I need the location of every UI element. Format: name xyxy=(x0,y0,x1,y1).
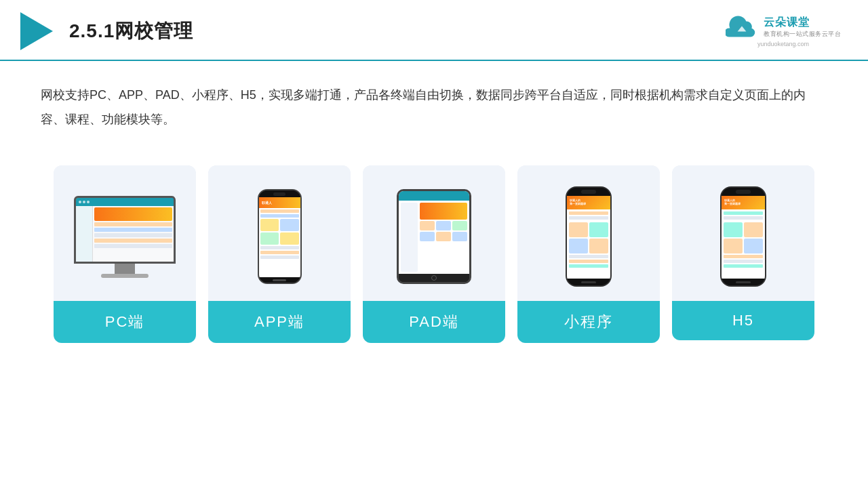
miniprogram-phone-icon: 职通人的第一堂刷题课 xyxy=(566,186,612,287)
miniprogram-card: 职通人的第一堂刷题课 xyxy=(517,165,660,343)
miniprogram-label: 小程序 xyxy=(517,301,660,343)
pad-card: PAD端 xyxy=(363,165,505,343)
header-right: 云朵课堂 教育机构一站式服务云平台 yunduoketang.com xyxy=(726,15,841,47)
pc-image-area xyxy=(54,165,196,301)
h5-phone-icon: 职通人的第一堂刷题课 xyxy=(720,186,766,287)
miniprogram-image-area: 职通人的第一堂刷题课 xyxy=(517,165,660,301)
description-section: 网校支持PC、APP、PAD、小程序、H5，实现多端打通，产品各终端自由切换，数… xyxy=(0,61,868,145)
h5-image-area: 职通人的第一堂刷题课 xyxy=(672,165,814,301)
header-left: 2.5.1网校管理 xyxy=(20,12,193,50)
pc-monitor-icon xyxy=(74,196,176,278)
cloud-icon xyxy=(726,15,758,39)
brand-sub-text: 教育机构一站式服务云平台 xyxy=(764,30,841,39)
pad-tablet-icon xyxy=(397,189,471,284)
app-phone-icon: 职通人 xyxy=(258,189,302,284)
description-text: 网校支持PC、APP、PAD、小程序、H5，实现多端打通，产品各终端自由切换，数… xyxy=(41,83,827,131)
pc-label: PC端 xyxy=(54,301,196,343)
app-card: 职通人 xyxy=(208,165,351,343)
brand-main-text: 云朵课堂 xyxy=(764,16,810,30)
brand-logo: 云朵课堂 教育机构一站式服务云平台 xyxy=(726,15,841,39)
app-label: APP端 xyxy=(208,301,351,343)
brand-text: 云朵课堂 教育机构一站式服务云平台 xyxy=(764,16,841,39)
header: 2.5.1网校管理 云朵课堂 教育机构一站式服务云平台 yunduoketang… xyxy=(0,0,868,61)
pc-card: PC端 xyxy=(54,165,196,343)
brand-url: yunduoketang.com xyxy=(757,41,809,47)
h5-card: 职通人的第一堂刷题课 xyxy=(672,165,814,340)
app-image-area: 职通人 xyxy=(208,165,351,301)
page-container: 2.5.1网校管理 云朵课堂 教育机构一站式服务云平台 yunduoketang… xyxy=(0,0,868,488)
h5-label: H5 xyxy=(672,301,814,340)
pad-image-area xyxy=(363,165,505,301)
cards-section: PC端 职通人 xyxy=(0,152,868,357)
logo-triangle-icon xyxy=(20,12,53,50)
pad-label: PAD端 xyxy=(363,301,505,343)
page-title: 2.5.1网校管理 xyxy=(69,18,193,44)
